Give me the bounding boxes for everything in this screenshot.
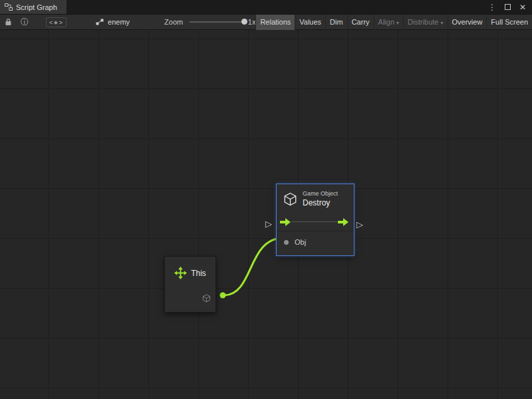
full-screen-button[interactable]: Full Screen [486, 15, 532, 30]
align-button[interactable]: Align▾ [374, 15, 403, 30]
connection-wire[interactable] [225, 238, 283, 295]
game-object-cube-icon [283, 192, 297, 206]
toolbar-buttons: Relations Values Dim Carry Align▾ Distri… [255, 15, 532, 30]
node-this-label: This [191, 269, 206, 278]
relations-button-label: Relations [260, 18, 291, 26]
close-icon[interactable]: ✕ [519, 3, 526, 11]
tab-title: Script Graph [16, 3, 57, 11]
node-this-header: This [165, 257, 215, 279]
zoom-value: 1x [248, 18, 256, 26]
values-button-label: Values [299, 18, 321, 26]
node-this[interactable]: This [164, 256, 216, 313]
dim-button-label: Dim [330, 18, 343, 26]
code-view-icon[interactable]: <∗> [46, 17, 66, 27]
distribute-button[interactable]: Distribute▾ [403, 15, 447, 30]
graph-name: enemy [108, 18, 130, 26]
graph-canvas[interactable]: ▷ ▷ This [0, 30, 532, 399]
relations-button[interactable]: Relations [255, 15, 295, 30]
node-destroy-header: Game Object Destroy [277, 184, 354, 213]
node-destroy-category: Game Object [303, 190, 338, 197]
node-destroy-titles: Game Object Destroy [303, 190, 338, 207]
carry-button[interactable]: Carry [347, 15, 374, 30]
overview-button[interactable]: Overview [448, 15, 487, 30]
game-object-output[interactable] [202, 293, 211, 305]
flow-line [291, 221, 337, 222]
window-controls: ⋮ ✕ [488, 0, 532, 14]
connection-wire-layer [0, 30, 532, 399]
cube-icon [202, 294, 211, 303]
graph-toolbar: ⓘ <∗> enemy Zoom 1x Relations Values Dim… [0, 15, 532, 30]
distribute-button-label: Distribute [408, 18, 438, 26]
overview-button-label: Overview [452, 18, 483, 26]
window-menu-icon[interactable]: ⋮ [488, 3, 496, 11]
script-graph-icon [5, 3, 13, 11]
full-screen-button-label: Full Screen [491, 18, 528, 26]
values-button[interactable]: Values [295, 15, 325, 30]
obj-input-row: Obj [277, 231, 354, 253]
chevron-down-icon: ▾ [441, 20, 444, 26]
maximize-icon[interactable] [505, 4, 511, 10]
graph-asset-icon [96, 19, 104, 25]
zoom-slider[interactable] [190, 17, 243, 27]
lock-icon[interactable] [5, 18, 12, 26]
zoom-label: Zoom [164, 18, 183, 26]
this-output-port[interactable] [220, 293, 226, 299]
move-arrows-icon [174, 267, 187, 279]
control-output-port[interactable] [338, 217, 349, 227]
zoom-slider-handle[interactable] [241, 19, 247, 25]
chevron-down-icon: ▾ [396, 20, 399, 26]
flow-continuation-right-icon: ▷ [356, 220, 363, 229]
carry-button-label: Carry [352, 18, 370, 26]
script-graph-window: Script Graph ⋮ ✕ ⓘ <∗> enemy Zoom 1x Rel… [0, 0, 532, 399]
obj-input-port[interactable] [284, 240, 289, 245]
node-destroy-title: Destroy [303, 198, 338, 207]
obj-input-label: Obj [295, 238, 306, 246]
dim-button[interactable]: Dim [325, 15, 347, 30]
tab-bar: Script Graph ⋮ ✕ [0, 0, 532, 15]
breadcrumb-graph[interactable]: enemy [96, 18, 130, 26]
control-input-port[interactable] [280, 217, 291, 227]
control-flow-row [277, 213, 354, 231]
flow-continuation-left-icon: ▷ [265, 219, 272, 228]
node-destroy[interactable]: Game Object Destroy [276, 184, 354, 256]
tab-script-graph[interactable]: Script Graph [0, 0, 66, 14]
zoom-slider-track [190, 21, 243, 23]
align-button-label: Align [378, 18, 394, 26]
info-icon[interactable]: ⓘ [21, 17, 29, 28]
